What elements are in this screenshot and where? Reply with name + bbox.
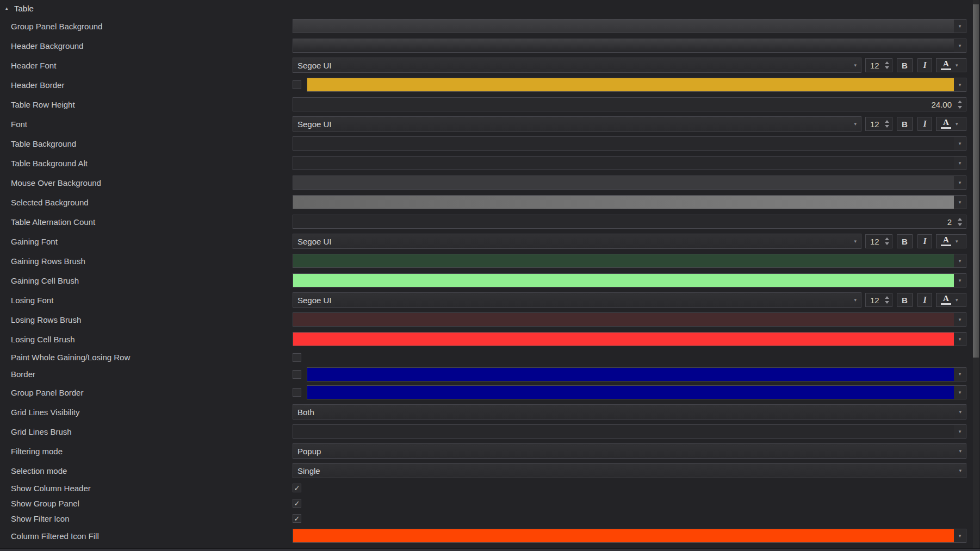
chevron-down-icon: ▾ <box>854 122 857 127</box>
input-value: 2 <box>947 217 952 227</box>
header-background-brush-dropdown[interactable]: ▾ <box>293 39 966 53</box>
spin-up-button[interactable] <box>958 218 962 221</box>
grid-lines-brush-brush-dropdown[interactable]: ▾ <box>293 424 966 439</box>
losing-rows-brush-brush-dropdown[interactable]: ▾ <box>293 312 966 327</box>
font-italic-button[interactable]: I <box>917 117 932 131</box>
section-title: Table <box>14 4 34 13</box>
scrollbar-thumb[interactable] <box>973 4 979 358</box>
selected-background-brush-dropdown[interactable]: ▾ <box>293 195 966 209</box>
selection-mode-select[interactable]: Single▾ <box>293 463 966 478</box>
spin-down-button[interactable] <box>885 125 889 128</box>
font-color-letter: A <box>943 60 949 67</box>
spin-up-button[interactable] <box>885 61 889 64</box>
font-family-select[interactable]: Segoe UI▾ <box>293 116 861 132</box>
mouse-over-background-brush-dropdown[interactable]: ▾ <box>293 176 966 190</box>
losing-font-italic-button[interactable]: I <box>917 293 932 307</box>
gaining-font-size-input[interactable]: 12 <box>865 234 892 248</box>
spin-down-button[interactable] <box>885 301 889 304</box>
spin-up-button[interactable] <box>885 120 889 123</box>
settings-row-table-row-height: Table Row Height24.00 <box>0 95 980 114</box>
color-swatch <box>307 368 954 381</box>
gaining-font-family-select[interactable]: Segoe UI▾ <box>293 234 861 249</box>
row-label-losing-font: Losing Font <box>0 296 293 305</box>
table-background-brush-dropdown[interactable]: ▾ <box>293 136 966 151</box>
group-panel-border-checkbox[interactable] <box>293 388 301 397</box>
border-checkbox[interactable] <box>293 370 301 379</box>
section-header-table[interactable]: ▴ Table <box>0 0 980 16</box>
spin-down-button[interactable] <box>958 106 962 109</box>
row-label-header-border: Header Border <box>0 80 293 90</box>
gaining-font-font-color-button[interactable]: A▾ <box>936 234 966 248</box>
chevron-down-icon: ▾ <box>954 254 966 267</box>
settings-row-filtering-mode: Filtering modePopup▾ <box>0 441 980 461</box>
spin-down-button[interactable] <box>885 66 889 69</box>
row-controls-show-column-header: ✓ <box>293 484 966 492</box>
group-panel-border-brush-dropdown[interactable]: ▾ <box>307 385 966 399</box>
font-color-icon: A <box>941 119 951 129</box>
show-filter-icon-checkbox[interactable]: ✓ <box>293 514 301 523</box>
chevron-down-icon: ▾ <box>954 274 966 287</box>
collapse-icon: ▴ <box>5 6 13 11</box>
header-border-checkbox[interactable] <box>293 80 301 89</box>
settings-row-losing-cell-brush: Losing Cell Brush▾ <box>0 329 980 349</box>
chevron-down-icon: ▾ <box>956 239 958 244</box>
row-controls-selected-background: ▾ <box>293 195 966 209</box>
gaining-rows-brush-brush-dropdown[interactable]: ▾ <box>293 254 966 268</box>
font-color-icon: A <box>941 295 951 305</box>
spin-up-button[interactable] <box>885 237 889 240</box>
table-row-height-input[interactable]: 24.00 <box>293 97 966 111</box>
settings-panel: ▴ Table Group Panel Background▾Header Ba… <box>0 0 980 551</box>
spin-down-button[interactable] <box>958 223 962 226</box>
chevron-down-icon: ▾ <box>959 468 962 473</box>
row-label-paint-whole-gaining-losing-row: Paint Whole Gaining/Losing Row <box>0 353 293 362</box>
gaining-font-bold-button[interactable]: B <box>897 234 913 248</box>
show-group-panel-checkbox[interactable]: ✓ <box>293 499 301 508</box>
header-border-brush-dropdown[interactable]: ▾ <box>307 78 966 92</box>
losing-font-size-input[interactable]: 12 <box>865 293 892 307</box>
border-brush-dropdown[interactable]: ▾ <box>307 367 966 381</box>
losing-font-font-color-button[interactable]: A▾ <box>936 293 966 307</box>
font-font-color-button[interactable]: A▾ <box>936 117 966 131</box>
settings-row-table-alternation-count: Table Alternation Count2 <box>0 212 980 231</box>
row-controls-header-font: Segoe UI▾12BIA▾ <box>293 58 966 73</box>
filtering-mode-select[interactable]: Popup▾ <box>293 443 966 459</box>
settings-row-selection-mode: Selection modeSingle▾ <box>0 461 980 480</box>
table-alternation-count-input[interactable]: 2 <box>293 215 966 229</box>
spin-down-button[interactable] <box>885 242 889 245</box>
font-bold-button[interactable]: B <box>897 117 913 131</box>
check-icon: ✓ <box>294 485 300 492</box>
group-panel-background-brush-dropdown[interactable]: ▾ <box>293 19 966 33</box>
losing-cell-brush-brush-dropdown[interactable]: ▾ <box>293 332 966 346</box>
font-color-indicator <box>941 68 951 70</box>
gaining-font-italic-button[interactable]: I <box>917 234 932 248</box>
header-font-bold-button[interactable]: B <box>897 58 913 72</box>
font-size-input[interactable]: 12 <box>865 117 892 131</box>
losing-font-bold-button[interactable]: B <box>897 293 913 307</box>
header-font-size-input[interactable]: 12 <box>865 58 892 72</box>
row-label-selected-background: Selected Background <box>0 198 293 207</box>
column-filtered-icon-fill-brush-dropdown[interactable]: ▾ <box>293 529 966 543</box>
row-label-gaining-rows-brush: Gaining Rows Brush <box>0 256 293 266</box>
row-label-border: Border <box>0 370 293 379</box>
font-family-value: Segoe UI <box>293 237 332 246</box>
row-label-group-panel-border: Group Panel Border <box>0 388 293 397</box>
row-controls-table-row-height: 24.00 <box>293 97 966 111</box>
chevron-glyph: ▾ <box>959 24 962 29</box>
header-font-italic-button[interactable]: I <box>917 58 932 72</box>
chevron-down-icon: ▾ <box>954 386 966 399</box>
header-font-family-select[interactable]: Segoe UI▾ <box>293 58 861 73</box>
font-family-value: Segoe UI <box>293 120 332 129</box>
losing-font-family-select[interactable]: Segoe UI▾ <box>293 292 861 308</box>
row-controls-header-border: ▾ <box>293 78 966 92</box>
paint-whole-gaining-losing-row-checkbox[interactable] <box>293 353 301 362</box>
spin-up-button[interactable] <box>958 101 962 103</box>
scrollbar[interactable] <box>973 0 979 551</box>
row-label-header-font: Header Font <box>0 61 293 70</box>
header-font-font-color-button[interactable]: A▾ <box>936 58 966 72</box>
gaining-cell-brush-brush-dropdown[interactable]: ▾ <box>293 273 966 287</box>
show-column-header-checkbox[interactable]: ✓ <box>293 484 301 492</box>
spin-up-button[interactable] <box>885 296 889 299</box>
table-background-alt-brush-dropdown[interactable]: ▾ <box>293 156 966 170</box>
grid-lines-visibility-select[interactable]: Both▾ <box>293 404 966 419</box>
chevron-glyph: ▾ <box>959 317 962 322</box>
